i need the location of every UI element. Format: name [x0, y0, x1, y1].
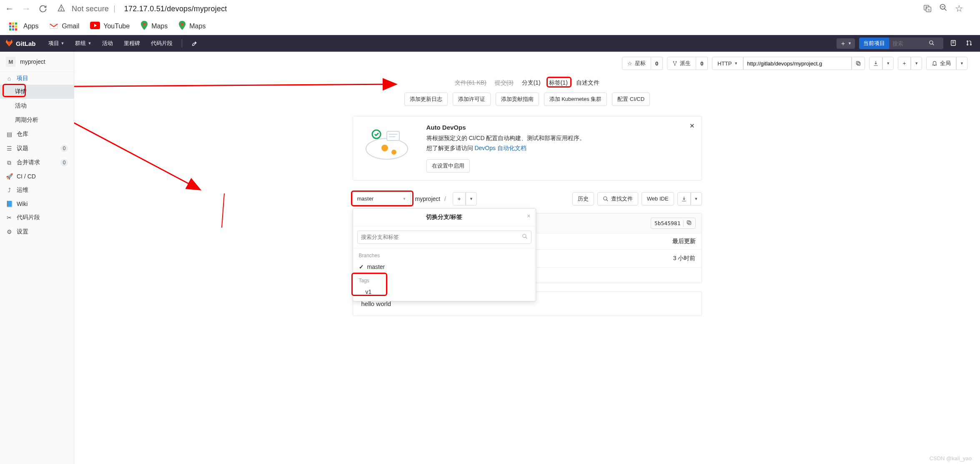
chip-contrib[interactable]: 添加贡献指南 [496, 93, 539, 106]
browser-forward-button[interactable]: → [21, 3, 32, 14]
nav-search[interactable] [889, 38, 943, 49]
annotation-box [546, 77, 571, 88]
sidebar-wiki[interactable]: 📘Wiki [0, 197, 74, 211]
sidebar-ops[interactable]: ⤴运维 [0, 183, 74, 197]
gitlab-brand[interactable]: GitLab [16, 40, 36, 47]
svg-rect-36 [688, 221, 691, 224]
sidebar-cycle[interactable]: 周期分析 [0, 113, 74, 127]
nav-groups[interactable]: 群组▼ [70, 35, 96, 52]
bookmark-apps[interactable]: Apps [5, 21, 43, 32]
download-dropdown-2[interactable]: ▼ [691, 192, 702, 206]
star-count: 0 [651, 57, 663, 70]
sidebar-section-project[interactable]: ⌂ 项目 [0, 72, 74, 85]
chip-cicd[interactable]: 配置 CI/CD [612, 93, 650, 106]
browser-back-button[interactable]: ← [4, 3, 15, 14]
sidebar-snippets[interactable]: ✂代码片段 [0, 211, 74, 225]
sidebar-mr[interactable]: ⧉合并请求 0 [0, 156, 74, 170]
chip-changelog[interactable]: 添加更新日志 [404, 93, 448, 106]
nav-search-scope[interactable]: 当前项目 [859, 38, 889, 49]
stat-files[interactable]: 文件(61 KB) [455, 79, 486, 86]
bookmark-gmail[interactable]: Gmail [45, 20, 83, 33]
gitlab-logo-icon[interactable] [5, 39, 13, 48]
row-time: 3 小时前 [673, 255, 696, 262]
ops-icon: ⤴ [6, 187, 13, 193]
svg-line-33 [607, 199, 608, 201]
nav-snippets[interactable]: 代码片段 [146, 35, 178, 52]
svg-line-39 [74, 98, 199, 189]
copy-url-button[interactable] [852, 57, 865, 70]
nav-admin-icon[interactable] [186, 35, 203, 52]
sidebar-repo[interactable]: ▤仓库 [0, 127, 74, 141]
omnibox[interactable]: Not secure │ 172.17.0.51/devops/myprojec… [54, 2, 917, 15]
wiki-icon: 📘 [6, 201, 13, 207]
nav-mr-icon[interactable] [963, 40, 975, 48]
home-icon: ⌂ [6, 75, 13, 82]
svg-text:A: A [928, 8, 930, 11]
download-button-2[interactable] [677, 192, 691, 206]
nav-projects[interactable]: 项目▼ [43, 35, 70, 52]
nav-activity[interactable]: 活动 [97, 35, 118, 52]
chip-k8s[interactable]: 添加 Kubernetes 集群 [544, 93, 607, 106]
chip-license[interactable]: 添加许可证 [453, 93, 491, 106]
zoom-icon[interactable] [939, 3, 947, 14]
notification-dropdown[interactable]: ▼ [956, 57, 967, 70]
commit-hash: 5b545981 [654, 220, 681, 226]
dropdown-branch-master[interactable]: ✓ master [353, 260, 536, 273]
svg-line-40 [222, 193, 224, 228]
copy-icon[interactable] [683, 220, 692, 227]
browser-reload-button[interactable] [38, 3, 48, 14]
svg-rect-27 [387, 131, 399, 140]
bookmark-star-icon[interactable]: ☆ [955, 3, 963, 14]
nav-issues-icon[interactable] [947, 40, 959, 48]
stat-branches[interactable]: 分支(1) [522, 79, 541, 86]
plus-button[interactable]: ＋ [898, 57, 911, 70]
plus-dropdown[interactable]: ▼ [911, 57, 922, 70]
project-avatar: M [6, 57, 16, 67]
close-icon[interactable]: ✕ [689, 122, 695, 130]
download-dropdown[interactable]: ▼ [882, 57, 894, 70]
sidebar-context[interactable]: M myproject [0, 52, 74, 72]
tree-plus-dropdown[interactable]: ▼ [466, 192, 477, 206]
sidebar-cicd[interactable]: 🚀CI / CD [0, 170, 74, 183]
fork-button[interactable]: 派生 [667, 57, 696, 70]
stat-readme[interactable]: 自述文件 [576, 79, 599, 86]
repo-icon: ▤ [6, 131, 13, 138]
dropdown-branches-label: Branches [353, 248, 536, 260]
sidebar-settings[interactable]: ⚙设置 [0, 225, 74, 239]
webide-button[interactable]: Web IDE [642, 192, 674, 206]
autodev-doc-link[interactable]: DevOps 自动化文档 [474, 145, 526, 151]
clone-url-field[interactable] [743, 57, 852, 70]
autodev-enable-button[interactable]: 在设置中启用 [426, 159, 470, 173]
nav-milestones[interactable]: 里程碑 [119, 35, 145, 52]
autodev-desc1: 将根据预定义的 CI/CD 配置自动构建、测试和部署应用程序。 [426, 133, 586, 143]
crumb-root[interactable]: myproject [415, 196, 441, 202]
maps-icon [178, 21, 186, 32]
sidebar-activity[interactable]: 活动 [0, 99, 74, 113]
stat-tags[interactable]: 标签(1) [549, 79, 569, 86]
search-icon [929, 40, 937, 47]
download-button[interactable] [869, 57, 882, 70]
dropdown-tag-v1[interactable]: v1 [353, 285, 536, 298]
history-button[interactable]: 历史 [572, 192, 594, 206]
tree-plus-button[interactable]: ＋ [453, 192, 466, 206]
bookmark-maps2-label: Maps [189, 23, 206, 30]
sidebar-details[interactable]: 详情 [0, 85, 74, 99]
nav-search-input[interactable] [889, 40, 929, 47]
close-icon[interactable]: × [527, 213, 530, 219]
download-icon [873, 60, 879, 66]
branch-selector[interactable]: master ▼ [353, 192, 411, 206]
find-file-button[interactable]: 查找文件 [597, 192, 638, 206]
bookmark-youtube[interactable]: YouTube [86, 20, 134, 33]
sidebar-issues[interactable]: ☰议题 0 [0, 141, 74, 156]
bookmark-maps-1[interactable]: Maps [136, 19, 172, 33]
dropdown-search-input[interactable] [361, 234, 522, 240]
translate-icon[interactable]: 文A [923, 4, 932, 14]
stat-commits[interactable]: 提交(3) [495, 79, 514, 86]
bookmark-maps-2[interactable]: Maps [174, 19, 210, 33]
nav-new-dropdown[interactable]: ＋▼ [837, 38, 855, 49]
star-button[interactable]: ☆ 星标 [622, 57, 651, 70]
autodevops-illustration [364, 124, 414, 173]
svg-point-31 [391, 150, 396, 155]
clone-protocol[interactable]: HTTP ▼ [712, 57, 743, 70]
notification-button[interactable]: 全局 [926, 57, 956, 70]
